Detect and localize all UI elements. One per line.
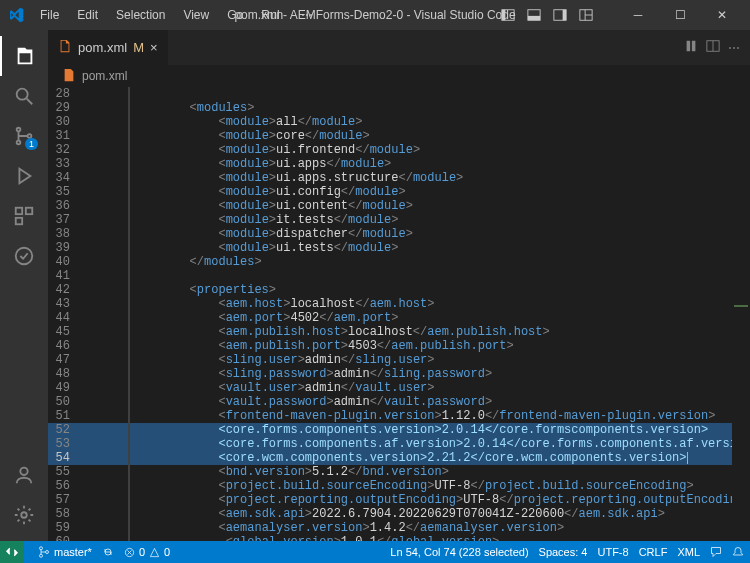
code-line[interactable]: 44 <aem.port>4502</aem.port>: [48, 311, 750, 325]
layout-sidebar-right-icon[interactable]: [550, 5, 570, 25]
layout-customize-icon[interactable]: [576, 5, 596, 25]
code-line[interactable]: 54 <core.wcm.components.version>2.21.2</…: [48, 451, 750, 465]
tab-bar: pom.xml M × ⋯: [48, 30, 750, 65]
code-content: <core.wcm.components.version>2.21.2</cor…: [132, 451, 750, 465]
line-number: 57: [48, 493, 88, 507]
code-content: <module>ui.config</module>: [132, 185, 750, 199]
code-line[interactable]: 33 <module>ui.apps</module>: [48, 157, 750, 171]
code-line[interactable]: 35 <module>ui.config</module>: [48, 185, 750, 199]
code-editor[interactable]: 28 29 <modules>30 <module>all</module>31…: [48, 87, 750, 541]
tab-pom-xml[interactable]: pom.xml M ×: [48, 30, 169, 65]
status-indent[interactable]: Spaces: 4: [539, 546, 588, 558]
window-minimize-icon[interactable]: ─: [618, 1, 658, 29]
activity-settings-icon[interactable]: [0, 495, 48, 535]
editor-diff-icon[interactable]: [684, 39, 698, 56]
code-content: <aem.publish.port>4503</aem.publish.port…: [132, 339, 750, 353]
svg-point-24: [46, 551, 49, 554]
code-content: <module>ui.apps.structure</module>: [132, 171, 750, 185]
code-content: <vault.user>admin</vault.user>: [132, 381, 750, 395]
code-line[interactable]: 53 <core.forms.components.af.version>2.0…: [48, 437, 750, 451]
editor-more-icon[interactable]: ⋯: [728, 41, 740, 55]
code-line[interactable]: 50 <vault.password>admin</vault.password…: [48, 395, 750, 409]
activity-explorer-icon[interactable]: [0, 36, 48, 76]
line-number: 43: [48, 297, 88, 311]
code-line[interactable]: 41: [48, 269, 750, 283]
window-maximize-icon[interactable]: ☐: [660, 1, 700, 29]
menu-edit[interactable]: Edit: [69, 4, 106, 26]
code-line[interactable]: 59 <aemanalyser.version>1.4.2</aemanalys…: [48, 521, 750, 535]
code-content: <project.build.sourceEncoding>UTF-8</pro…: [132, 479, 750, 493]
code-line[interactable]: 38 <module>dispatcher</module>: [48, 227, 750, 241]
line-number: 36: [48, 199, 88, 213]
svg-point-18: [20, 468, 27, 475]
code-line[interactable]: 52 <core.forms.components.version>2.0.14…: [48, 423, 750, 437]
code-line[interactable]: 36 <module>ui.content</module>: [48, 199, 750, 213]
tab-close-icon[interactable]: ×: [150, 40, 158, 55]
activity-testing-icon[interactable]: [0, 236, 48, 276]
code-line[interactable]: 37 <module>it.tests</module>: [48, 213, 750, 227]
code-line[interactable]: 29 <modules>: [48, 101, 750, 115]
window-close-icon[interactable]: ✕: [702, 1, 742, 29]
editor-area: pom.xml M × ⋯ pom.xml 28 29 <modules>30 …: [48, 30, 750, 541]
code-content: <aem.publish.host>localhost</aem.publish…: [132, 325, 750, 339]
code-line[interactable]: 56 <project.build.sourceEncoding>UTF-8</…: [48, 479, 750, 493]
layout-panel-icon[interactable]: [524, 5, 544, 25]
activity-accounts-icon[interactable]: [0, 455, 48, 495]
status-branch[interactable]: master*: [38, 546, 92, 558]
code-content: [132, 269, 750, 283]
code-line[interactable]: 58 <aem.sdk.api>2022.6.7904.20220629T070…: [48, 507, 750, 521]
activity-extensions-icon[interactable]: [0, 196, 48, 236]
code-line[interactable]: 55 <bnd.version>5.1.2</bnd.version>: [48, 465, 750, 479]
menu-view[interactable]: View: [175, 4, 217, 26]
code-line[interactable]: 51 <frontend-maven-plugin.version>1.12.0…: [48, 409, 750, 423]
activity-search-icon[interactable]: [0, 76, 48, 116]
code-content: <module>ui.apps</module>: [132, 157, 750, 171]
code-content: <aem.port>4502</aem.port>: [132, 311, 750, 325]
status-eol[interactable]: CRLF: [639, 546, 668, 558]
status-feedback-icon[interactable]: [710, 546, 722, 558]
activity-run-debug-icon[interactable]: [0, 156, 48, 196]
svg-rect-15: [26, 208, 32, 214]
svg-point-17: [16, 248, 33, 265]
menu-selection[interactable]: Selection: [108, 4, 173, 26]
status-bar: master* 0 0 Ln 54, Col 74 (228 selected)…: [0, 541, 750, 563]
breadcrumb[interactable]: pom.xml: [48, 65, 750, 87]
code-line[interactable]: 60 <global.version>1.0.1</global.version…: [48, 535, 750, 541]
code-line[interactable]: 47 <sling.user>admin</sling.user>: [48, 353, 750, 367]
code-line[interactable]: 57 <project.reporting.outputEncoding>UTF…: [48, 493, 750, 507]
status-cursor[interactable]: Ln 54, Col 74 (228 selected): [390, 546, 528, 558]
code-line[interactable]: 34 <module>ui.apps.structure</module>: [48, 171, 750, 185]
status-bell-icon[interactable]: [732, 546, 744, 558]
status-sync[interactable]: [102, 546, 114, 558]
code-line[interactable]: 48 <sling.password>admin</sling.password…: [48, 367, 750, 381]
code-content: <frontend-maven-plugin.version>1.12.0</f…: [132, 409, 750, 423]
status-encoding[interactable]: UTF-8: [597, 546, 628, 558]
code-content: <module>dispatcher</module>: [132, 227, 750, 241]
code-line[interactable]: 42 <properties>: [48, 283, 750, 297]
status-language[interactable]: XML: [677, 546, 700, 558]
minimap[interactable]: [732, 87, 750, 541]
code-line[interactable]: 28: [48, 87, 750, 101]
activity-source-control-icon[interactable]: 1: [0, 116, 48, 156]
code-line[interactable]: 31 <module>core</module>: [48, 129, 750, 143]
line-number: 49: [48, 381, 88, 395]
code-line[interactable]: 39 <module>ui.tests</module>: [48, 241, 750, 255]
remote-indicator-icon[interactable]: [0, 541, 24, 563]
code-content: <vault.password>admin</vault.password>: [132, 395, 750, 409]
line-number: 31: [48, 129, 88, 143]
status-problems[interactable]: 0 0: [124, 546, 170, 558]
code-line[interactable]: 45 <aem.publish.host>localhost</aem.publ…: [48, 325, 750, 339]
line-number: 41: [48, 269, 88, 283]
code-line[interactable]: 30 <module>all</module>: [48, 115, 750, 129]
code-line[interactable]: 46 <aem.publish.port>4503</aem.publish.p…: [48, 339, 750, 353]
svg-point-22: [40, 547, 43, 550]
menubar: File Edit Selection View Go Run ⋯ pom.xm…: [0, 0, 750, 30]
svg-rect-16: [16, 218, 22, 224]
code-line[interactable]: 40 </modules>: [48, 255, 750, 269]
code-line[interactable]: 43 <aem.host>localhost</aem.host>: [48, 297, 750, 311]
code-line[interactable]: 32 <module>ui.frontend</module>: [48, 143, 750, 157]
line-number: 52: [48, 423, 88, 437]
menu-file[interactable]: File: [32, 4, 67, 26]
editor-split-icon[interactable]: [706, 39, 720, 56]
code-line[interactable]: 49 <vault.user>admin</vault.user>: [48, 381, 750, 395]
